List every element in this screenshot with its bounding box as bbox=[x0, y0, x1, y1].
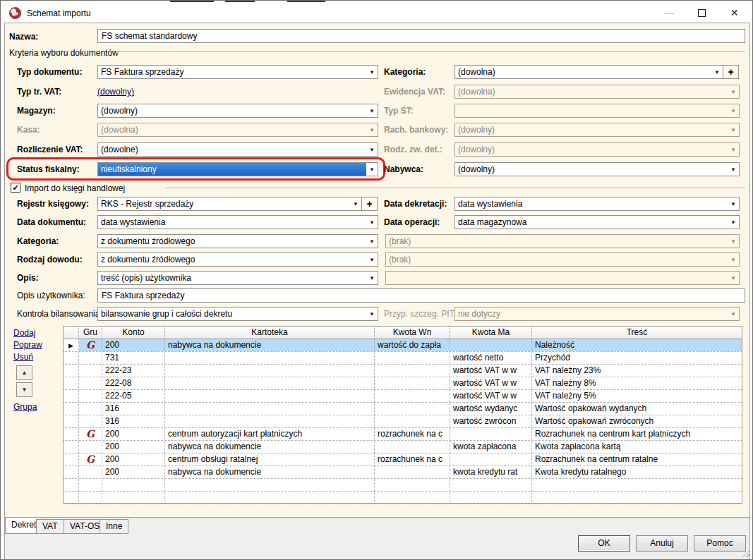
kategoria-kryterium-combobox[interactable]: (dowolna) ▼ bbox=[454, 65, 723, 79]
rejestr-ksiegowy-combobox[interactable]: RKS - Rejestr sprzedaży ▼ bbox=[97, 197, 362, 211]
table-row[interactable]: G200centrum obsługi ratalnejrozrachunek … bbox=[64, 454, 742, 466]
typ-dokumentu-combobox[interactable]: FS Faktura sprzedaży ▼ bbox=[97, 65, 378, 79]
tresc-cell: VAT należny 5% bbox=[532, 390, 742, 402]
opis-uzytkownika-input[interactable]: FS Faktura sprzedaży bbox=[97, 288, 745, 303]
konto-cell: 200 bbox=[102, 441, 165, 453]
kategoria-kryterium-value: (dowolna) bbox=[455, 66, 711, 78]
header-kartoteka[interactable]: Kartoteka bbox=[165, 327, 375, 339]
magazyn-combobox[interactable]: (dowolny) ▼ bbox=[97, 104, 378, 118]
grupa-link[interactable]: Grupa bbox=[13, 402, 37, 412]
kontrola-bilansowania-combobox[interactable]: bilansowanie grup i całości dekretu ▼ bbox=[97, 307, 378, 321]
data-operacji-combobox[interactable]: data magazynowa ▼ bbox=[454, 215, 740, 229]
data-dokumentu-combobox[interactable]: data wystawienia ▼ bbox=[97, 215, 378, 229]
close-button[interactable]: ✕ bbox=[718, 2, 750, 23]
row-marker-cell bbox=[64, 352, 79, 364]
kategoria-dekret-combobox[interactable]: z dokumentu źródłowego ▼ bbox=[97, 234, 378, 248]
chevron-down-icon: ▼ bbox=[711, 66, 723, 78]
kwota-ma-cell: kwota kredytu rat bbox=[450, 466, 532, 478]
kwota-ma-cell: wartość wydanyc bbox=[450, 403, 532, 415]
group-cell bbox=[79, 390, 102, 402]
status-fiskalny-combobox[interactable]: nieufiskalniony ▼ bbox=[97, 162, 378, 176]
move-up-button[interactable]: ▲ bbox=[16, 365, 32, 380]
minimize-button[interactable]: — bbox=[653, 2, 685, 23]
rodzaj-dowodu-prawa-combobox: (brak) ▼ bbox=[385, 252, 740, 267]
table-row[interactable]: G200centrum autoryzacji kart płatniczych… bbox=[64, 428, 742, 441]
rodzaj-dowodu-combobox[interactable]: z dokumentu źródłowego ▼ bbox=[97, 252, 378, 267]
table-row[interactable]: 316wartość wydanycWartość opakowań wydan… bbox=[64, 403, 742, 415]
konto-cell: 316 bbox=[102, 403, 165, 415]
nazwa-input[interactable]: FS schemat standardowy bbox=[97, 29, 745, 43]
tab-vat[interactable]: VAT bbox=[36, 519, 64, 534]
header-kwota-ma[interactable]: Kwota Ma bbox=[450, 327, 532, 339]
ok-button[interactable]: OK bbox=[578, 535, 630, 552]
kwota-wn-cell bbox=[375, 365, 450, 377]
row-marker-cell bbox=[64, 365, 79, 377]
tresc-cell bbox=[532, 479, 742, 491]
table-row[interactable]: ▶G200nabywca na dokumenciewartość do zap… bbox=[64, 339, 742, 352]
maximize-button[interactable] bbox=[686, 2, 718, 23]
kwota-ma-cell: wartość VAT w w bbox=[450, 365, 532, 377]
table-row[interactable]: 222-05wartość VAT w wVAT należny 5% bbox=[64, 390, 742, 403]
window-title: Schemat importu bbox=[27, 8, 91, 18]
konto-cell: 200 bbox=[102, 428, 165, 440]
import-ksiegi-label[interactable]: Import do księgi handlowej bbox=[25, 183, 125, 193]
typ-tr-vat-link[interactable]: (dowolny) bbox=[97, 87, 134, 97]
table-row[interactable] bbox=[64, 492, 742, 504]
table-row[interactable] bbox=[64, 479, 742, 492]
group-cell bbox=[79, 441, 102, 453]
header-tresc[interactable]: Treść bbox=[532, 327, 742, 339]
header-kwota-wn[interactable]: Kwota Wn bbox=[375, 327, 450, 339]
table-row[interactable]: 222-08wartość VAT w wVAT należny 8% bbox=[64, 377, 742, 390]
group-cell bbox=[79, 352, 102, 364]
przyp-szczeg-pit-combobox: nie dotyczy ▼ bbox=[454, 307, 740, 321]
nabywca-combobox[interactable]: (dowolny) ▼ bbox=[454, 162, 740, 176]
kartoteka-cell bbox=[165, 352, 375, 364]
kontrola-bilansowania-value: bilansowanie grup i całości dekretu bbox=[98, 308, 366, 320]
table-row[interactable]: 316wartość zwróconWartość opakowań zwróc… bbox=[64, 415, 742, 428]
typ-st-combobox: ▼ bbox=[454, 104, 740, 118]
chevron-down-icon: ▼ bbox=[728, 104, 739, 117]
dodaj-link[interactable]: Dodaj bbox=[13, 328, 35, 338]
kwota-ma-cell bbox=[450, 479, 532, 491]
ewidencja-vat-value: (dowolna) bbox=[455, 85, 728, 98]
kwota-wn-cell bbox=[375, 441, 450, 453]
konto-cell: 200 bbox=[102, 339, 165, 351]
kwota-wn-cell bbox=[375, 352, 450, 364]
usun-link[interactable]: Usuń bbox=[13, 352, 33, 362]
data-dekretacji-value: data wystawienia bbox=[455, 197, 728, 210]
kasa-value: (dowolna) bbox=[98, 123, 366, 136]
import-ksiegi-checkbox[interactable]: ✔ bbox=[11, 183, 20, 193]
row-marker-cell bbox=[64, 466, 79, 478]
header-gru[interactable]: Gru bbox=[79, 327, 102, 339]
chevron-down-icon: ▼ bbox=[728, 85, 739, 98]
kwota-ma-cell bbox=[450, 492, 532, 504]
tresc-cell: VAT należny 23% bbox=[532, 365, 742, 377]
chevron-down-icon: ▼ bbox=[366, 272, 378, 284]
pomoc-button[interactable]: Pomoc bbox=[694, 535, 746, 552]
tab-inne[interactable]: Inne bbox=[100, 519, 128, 534]
group-cell bbox=[79, 466, 102, 478]
kategoria-add-button[interactable]: + bbox=[723, 65, 739, 79]
rejestr-add-button[interactable]: + bbox=[361, 197, 378, 211]
header-konto[interactable]: Konto bbox=[102, 327, 165, 339]
anuluj-button[interactable]: Anuluj bbox=[636, 535, 688, 552]
kartoteka-cell: centrum obsługi ratalnej bbox=[165, 454, 375, 465]
rozliczenie-vat-combobox[interactable]: (dowolne) ▼ bbox=[97, 142, 378, 157]
data-dekretacji-combobox[interactable]: data wystawienia ▼ bbox=[454, 197, 740, 211]
rozliczenie-vat-label: Rozliczenie VAT: bbox=[17, 145, 83, 154]
kartoteka-cell: centrum autoryzacji kart płatniczych bbox=[165, 428, 375, 440]
popraw-link[interactable]: Popraw bbox=[13, 340, 42, 350]
opis-value: treść (opis) użytkownika bbox=[98, 272, 366, 284]
opis-combobox[interactable]: treść (opis) użytkownika ▼ bbox=[97, 271, 378, 285]
table-row[interactable]: 222-23wartość VAT w wVAT należny 23% bbox=[64, 365, 742, 377]
rach-bankowy-label: Rach. bankowy: bbox=[384, 125, 448, 135]
move-down-button[interactable]: ▼ bbox=[16, 382, 32, 397]
table-row[interactable]: 200nabywca na dokumenciekwota kredytu ra… bbox=[64, 466, 742, 479]
group-cell: G bbox=[79, 428, 102, 440]
row-marker-cell bbox=[64, 415, 79, 427]
table-row[interactable]: 731wartość nettoPrzychód bbox=[64, 352, 742, 365]
rodzaj-dowodu-label: Rodzaj dowodu: bbox=[17, 255, 83, 264]
chevron-down-icon: ▼ bbox=[366, 143, 378, 156]
table-row[interactable]: 200nabywca na dokumenciekwota zapłaconaK… bbox=[64, 441, 742, 454]
nabywca-value: (dowolny) bbox=[455, 163, 728, 176]
